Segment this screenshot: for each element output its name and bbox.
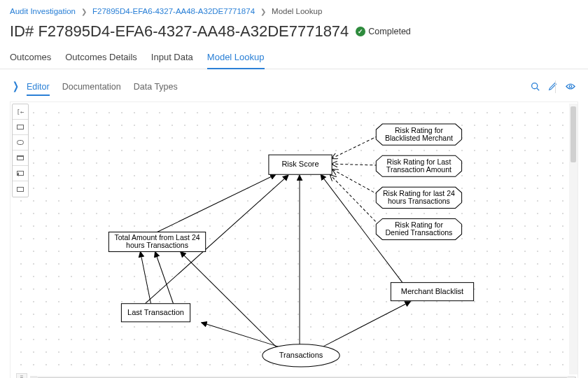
node-transactions[interactable]: Transactions <box>262 344 340 367</box>
status-badge: ✓ Completed <box>356 27 410 36</box>
tab-model-lookup[interactable]: Model Lookup <box>207 48 265 69</box>
page-title-row: ID# F27895D4-EFA6-4327-AA48-A32DE7771874… <box>0 18 588 48</box>
node-risk-rating-last-amount[interactable]: Risk Rating for Last Transaction Amount <box>376 155 461 176</box>
tab-outcomes[interactable]: Outcomes <box>10 48 51 69</box>
tool-header-rect[interactable] <box>13 150 28 166</box>
eye-icon[interactable] <box>566 82 575 93</box>
svg-rect-16 <box>269 155 332 174</box>
svg-line-1 <box>537 88 539 90</box>
tool-text[interactable]: [← <box>13 104 28 120</box>
tool-annotation[interactable] <box>13 166 28 181</box>
breadcrumb-id[interactable]: F27895D4-EFA6-4327-AA48-A32DE7771874 <box>92 7 255 15</box>
svg-line-6 <box>202 323 280 347</box>
svg-point-2 <box>569 85 572 88</box>
chevron-right-icon: ❯ <box>81 8 87 15</box>
tool-rect[interactable] <box>13 120 28 135</box>
node-risk-rating-blacklisted[interactable]: Risk Rating for Blacklisted Merchant <box>376 124 461 145</box>
svg-line-15 <box>330 175 382 228</box>
chevron-right-icon: ❯ <box>260 8 266 15</box>
tab-input-data[interactable]: Input Data <box>151 48 193 69</box>
svg-rect-21 <box>121 304 190 322</box>
collapse-bottom-icon[interactable]: ≡ <box>16 373 27 378</box>
svg-point-0 <box>532 83 538 89</box>
svg-rect-25 <box>391 283 473 301</box>
svg-point-23 <box>262 344 340 367</box>
search-icon[interactable] <box>531 82 540 93</box>
svg-line-5 <box>140 252 150 304</box>
node-risk-rating-24h[interactable]: Risk Rating for last 24 hours Transactio… <box>376 187 461 208</box>
svg-line-14 <box>332 169 382 197</box>
main-tabs: Outcomes Outcomes Details Input Data Mod… <box>0 48 588 69</box>
node-risk-score[interactable]: Risk Score <box>269 155 332 174</box>
node-risk-rating-denied[interactable]: Risk Rating for Denied Transactions <box>376 218 461 239</box>
breadcrumb-current: Model Lookup <box>272 7 322 15</box>
svg-line-4 <box>155 252 174 304</box>
svg-line-10 <box>321 302 410 348</box>
svg-line-8 <box>181 252 277 348</box>
subtab-documentation[interactable]: Documentation <box>62 82 121 96</box>
shape-palette: [← <box>12 104 29 197</box>
breadcrumb: Audit Investigation ❯ F27895D4-EFA6-4327… <box>0 0 588 18</box>
check-icon: ✓ <box>356 27 365 36</box>
svg-line-12 <box>332 134 382 158</box>
node-total-amount[interactable]: Total Amount from Last 24 hours Transact… <box>108 232 205 251</box>
subtab-editor[interactable]: Editor <box>27 82 50 96</box>
breadcrumb-root[interactable]: Audit Investigation <box>10 7 76 15</box>
sub-tabs: Editor Documentation Data Types <box>27 82 178 96</box>
divider <box>555 80 556 93</box>
page-title: ID# F27895D4-EFA6-4327-AA48-A32DE7771874 <box>10 22 349 41</box>
diagram-canvas[interactable]: [← <box>10 102 578 378</box>
tool-plain-rect[interactable] <box>13 181 28 197</box>
tab-outcomes-details[interactable]: Outcomes Details <box>65 48 137 69</box>
node-merchant-blacklist[interactable]: Merchant Blacklist <box>391 283 473 301</box>
svg-line-13 <box>332 164 382 165</box>
subtab-data-types[interactable]: Data Types <box>134 82 178 96</box>
edit-icon[interactable] <box>548 82 557 93</box>
tool-rounded[interactable] <box>13 135 28 150</box>
collapse-panel-icon[interactable]: ❯ <box>13 80 19 92</box>
svg-rect-18 <box>108 232 205 251</box>
svg-line-3 <box>158 174 276 232</box>
node-last-transaction[interactable]: Last Transaction <box>121 304 190 322</box>
